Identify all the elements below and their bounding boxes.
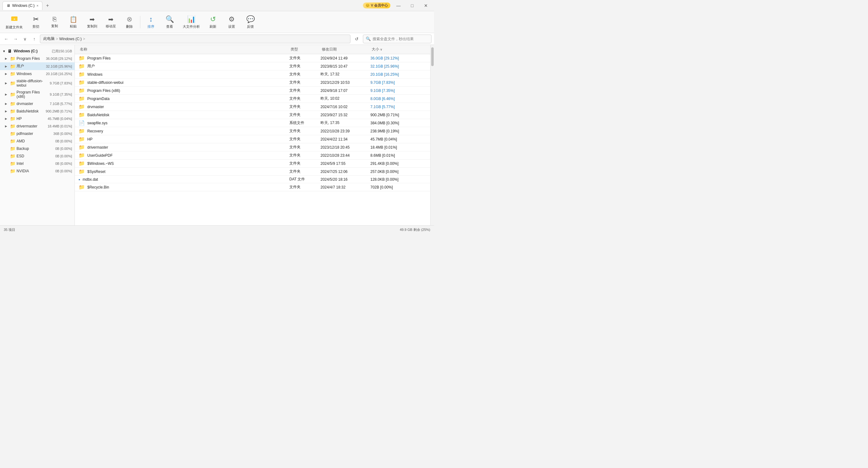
table-row[interactable]: ▪ mdbx.dat DAT 文件 2024/5/20 18:16 128.0K…: [75, 176, 430, 183]
cut-button[interactable]: ✂ 剪切: [27, 13, 44, 31]
breadcrumb[interactable]: 此电脑 > Windows (C:) >: [40, 35, 350, 43]
address-refresh-button[interactable]: ↺: [352, 35, 361, 43]
col-name-header[interactable]: 名称: [79, 46, 289, 53]
tab-close-button[interactable]: ×: [36, 4, 38, 7]
forward-button[interactable]: →: [12, 35, 19, 43]
file-size-cell: 702B [0.00%]: [370, 185, 427, 190]
table-row[interactable]: 📁 drivermaster 文件夹 2023/12/18 20:45 18.4…: [75, 143, 430, 152]
file-list: 名称 类型 修改日期 大小 ∨ 📁 Program Files: [75, 45, 430, 225]
table-row[interactable]: 📁 BaiduNetdisk 文件夹 2023/9/27 15:32 900.2…: [75, 111, 430, 119]
refresh-button[interactable]: ↺ 刷新: [204, 13, 222, 31]
sidebar-item-users[interactable]: ▶ 📁 用户 32.1GB [25.96%]: [0, 62, 74, 70]
scroll-track[interactable]: [430, 45, 434, 225]
table-row[interactable]: 📁 drvmaster 文件夹 2024/7/16 10:02 7.1GB [5…: [75, 103, 430, 111]
file-type-cell: 文件夹: [289, 80, 320, 85]
search-input[interactable]: [373, 37, 429, 41]
table-row[interactable]: 📁 ProgramData 文件夹 昨天, 10:02 8.0GB [6.46%…: [75, 95, 430, 103]
address-bar: ← → ∨ ↑ 此电脑 > Windows (C:) > ↺ 🔍: [0, 33, 434, 45]
close-button[interactable]: ✕: [420, 1, 432, 10]
dropdown-button[interactable]: ∨: [21, 35, 29, 43]
up-button[interactable]: ↑: [31, 35, 38, 43]
dat-file-icon: ▪: [79, 177, 80, 182]
folder-icon: 📁: [79, 184, 85, 190]
vip-badge[interactable]: 😊 V 会员中心: [363, 2, 390, 8]
folder-icon: 📁: [79, 71, 85, 77]
settings-button[interactable]: ⚙ 设置: [223, 13, 240, 31]
breadcrumb-computer[interactable]: 此电脑: [43, 36, 55, 41]
chevron-right-icon: ▶: [5, 125, 8, 128]
table-row[interactable]: 📁 stable-diffusion-webui 文件夹 2023/12/29 …: [75, 78, 430, 87]
sidebar-item-drvmaster[interactable]: ▶ 📁 drvmaster 7.1GB [5.77%]: [0, 100, 74, 107]
file-type-cell: 文件夹: [289, 72, 320, 77]
table-row[interactable]: 📁 Windows 文件夹 昨天, 17:32 20.1GB [16.25%]: [75, 70, 430, 78]
table-row[interactable]: 📁 Program Files 文件夹 2024/9/24 11:49 36.0…: [75, 54, 430, 62]
free-space: 49.9 GB 剩余 (25%): [400, 228, 430, 232]
table-row[interactable]: 📁 $SysReset 文件夹 2024/7/25 12:06 257.0KB …: [75, 168, 430, 176]
sidebar-item-nvidia[interactable]: ▶ 📁 NVIDIA 0B [0.00%]: [0, 167, 74, 175]
sidebar-item-label: ESD: [17, 154, 54, 158]
folder-icon: 📁: [10, 101, 15, 106]
maximize-button[interactable]: □: [407, 1, 418, 10]
sidebar-item-pdfmaster[interactable]: ▶ 📁 pdfmaster 36B [0.00%]: [0, 130, 74, 137]
refresh-label: 刷新: [210, 24, 216, 29]
sidebar-item-stable-diffusion[interactable]: ▶ 📁 stable-diffusion-webui 9.7GB [7.83%]: [0, 77, 74, 89]
minimize-button[interactable]: —: [393, 1, 404, 10]
view-button[interactable]: 🔍 查看: [161, 13, 178, 31]
table-row[interactable]: 📄 swapfile.sys 系统文件 昨天, 17:35 384.0MB [0…: [75, 119, 430, 127]
sidebar-item-drivermaster[interactable]: ▶ 📁 drivermaster 18.4MB [0.01%]: [0, 123, 74, 130]
copy-to-button[interactable]: ➡ 复制到: [83, 13, 101, 31]
table-row[interactable]: 📁 UserGuidePDF 文件夹 2022/10/28 23:44 8.6M…: [75, 152, 430, 160]
folder-icon: 📁: [79, 79, 85, 86]
col-size-header[interactable]: 大小 ∨: [370, 46, 427, 53]
sidebar-item-label: 用户: [17, 64, 44, 69]
sort-desc-icon: ∨: [380, 48, 382, 51]
table-row[interactable]: 📁 用户 文件夹 2023/8/15 10:47 32.1GB [25.96%]: [75, 62, 430, 70]
sidebar-item-intel[interactable]: ▶ 📁 Intel 0B [0.00%]: [0, 160, 74, 167]
analyze-button[interactable]: 📊 大文件分析: [180, 13, 203, 31]
scroll-thumb[interactable]: [431, 47, 434, 66]
table-row[interactable]: 📁 $Recycle.Bin 文件夹 2024/4/7 18:32 702B […: [75, 183, 430, 191]
sort-icon: ↕: [149, 15, 153, 23]
drive-label: Windows (C:): [14, 49, 50, 53]
sort-button[interactable]: ↕ 排序: [142, 13, 160, 31]
sidebar-item-program-files[interactable]: ▶ 📁 Program Files 36.0GB [29.12%]: [0, 55, 74, 62]
table-row[interactable]: 📁 Recovery 文件夹 2022/10/28 23:39 238.9MB …: [75, 127, 430, 135]
sidebar-item-label: pdfmaster: [17, 132, 52, 136]
sidebar-item-hp[interactable]: ▶ 📁 HP 45.7MB [0.04%]: [0, 115, 74, 123]
file-name-label: $Recycle.Bin: [87, 185, 109, 190]
copy-button[interactable]: ⎘ 复制: [46, 13, 63, 31]
active-tab[interactable]: 🖥 Windows (C:) ×: [2, 1, 42, 10]
folder-icon: 📁: [10, 139, 15, 144]
table-row[interactable]: 📁 Program Files (x86) 文件夹 2024/9/18 17:0…: [75, 87, 430, 95]
file-name-cell: 📁 $Windows.~WS: [79, 161, 289, 166]
sidebar-item-esd[interactable]: ▶ 📁 ESD 0B [0.00%]: [0, 153, 74, 160]
new-folder-button[interactable]: + 新建文件夹: [2, 13, 26, 31]
file-name-cell: ▪ mdbx.dat: [79, 177, 289, 182]
add-tab-button[interactable]: +: [44, 2, 51, 9]
paste-button[interactable]: 📋 粘贴: [65, 13, 82, 31]
table-row[interactable]: 📁 HP 文件夹 2024/4/22 11:34 45.7MB [0.04%]: [75, 135, 430, 143]
file-list-container: 名称 类型 修改日期 大小 ∨ 📁 Program Files: [75, 45, 434, 225]
sidebar-item-size: 0B [0.00%]: [55, 169, 72, 173]
col-type-header[interactable]: 类型: [289, 46, 320, 53]
delete-button[interactable]: ⊗ 删除: [121, 13, 138, 31]
move-to-button[interactable]: ➡ 移动至: [102, 13, 119, 31]
col-date-header[interactable]: 修改日期: [320, 46, 370, 53]
breadcrumb-drive[interactable]: Windows (C:): [59, 37, 82, 41]
file-name-label: Recovery: [87, 129, 103, 133]
chevron-right-icon: ▶: [5, 81, 8, 85]
file-size-cell: 7.1GB [5.77%]: [370, 105, 427, 109]
sidebar-item-baidunetdisk[interactable]: ▶ 📁 BaiduNetdisk 900.2MB [0.71%]: [0, 107, 74, 115]
drive-header[interactable]: ▼ 🖥 Windows (C:) 已用150.1GB: [0, 47, 74, 55]
table-row[interactable]: 📁 $Windows.~WS 文件夹 2024/5/9 17:55 291.4K…: [75, 160, 430, 168]
sidebar-item-amd[interactable]: ▶ 📁 AMD 0B [0.00%]: [0, 137, 74, 145]
file-name-cell: 📁 $SysReset: [79, 169, 289, 174]
sidebar-item-windows[interactable]: ▶ 📁 Windows 20.1GB [16.25%]: [0, 70, 74, 77]
sidebar-item-program-files-x86[interactable]: ▶ 📁 Program Files (x86) 9.1GB [7.35%]: [0, 89, 74, 100]
sidebar-item-label: Program Files (x86): [17, 90, 48, 99]
title-actions: 😊 V 会员中心 — □ ✕: [363, 1, 432, 10]
back-button[interactable]: ←: [2, 35, 10, 43]
folder-icon: 📁: [10, 56, 15, 61]
sidebar-item-backup[interactable]: ▶ 📁 Backup 0B [0.00%]: [0, 145, 74, 153]
feedback-button[interactable]: 💬 反馈: [242, 13, 259, 31]
